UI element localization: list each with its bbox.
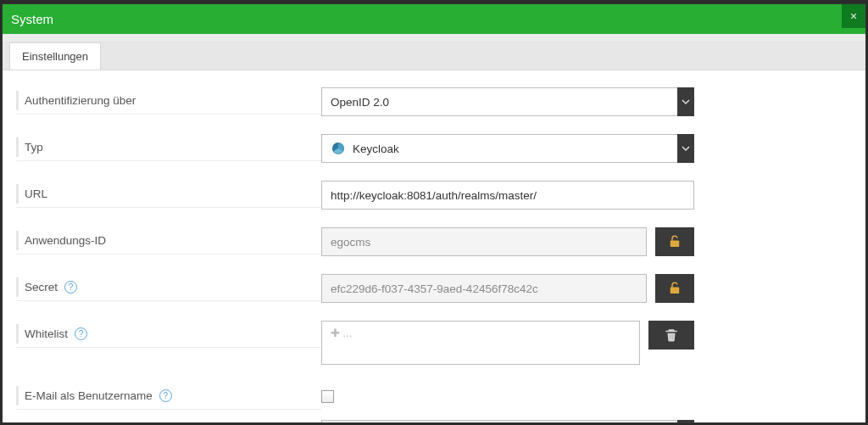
label-secret: Secret ?	[16, 274, 321, 301]
clear-whitelist-button[interactable]	[648, 321, 694, 350]
input-url[interactable]	[321, 181, 694, 210]
help-icon[interactable]: ?	[64, 281, 77, 294]
select-auth-over-value: OpenID 2.0	[331, 96, 389, 109]
input-whitelist[interactable]: ✚ ...	[321, 321, 640, 365]
chevron-down-icon	[677, 134, 694, 163]
label-email-as-user: E-Mail als Benutzername ?	[16, 383, 321, 410]
close-button[interactable]: ×	[842, 4, 865, 28]
input-secret	[321, 274, 647, 303]
chevron-down-icon	[677, 420, 694, 422]
help-icon[interactable]: ?	[75, 327, 87, 340]
unlock-secret-button[interactable]	[655, 274, 694, 303]
label-auth-over: Authentifizierung über	[16, 87, 321, 115]
system-dialog: System × Einstellungen Authentifizierung…	[2, 3, 866, 423]
unlock-icon	[667, 281, 682, 296]
select-auth-over[interactable]: OpenID 2.0	[321, 87, 694, 116]
title-bar: System ×	[3, 4, 865, 34]
checkbox-email-as-user[interactable]	[321, 390, 334, 403]
unlock-app-id-button[interactable]	[655, 227, 694, 256]
label-edit-profile: Profil ändern	[16, 420, 321, 422]
label-app-id: Anwendungs-ID	[16, 227, 321, 254]
close-icon: ×	[850, 9, 857, 23]
settings-panel[interactable]: Authentifizierung über OpenID 2.0	[3, 70, 865, 422]
help-icon[interactable]: ?	[159, 389, 172, 402]
trash-icon	[664, 327, 679, 343]
add-tag-placeholder: ✚ ...	[331, 327, 352, 339]
chevron-down-icon	[677, 87, 694, 116]
label-type: Typ	[16, 134, 321, 161]
tab-settings[interactable]: Einstellungen	[9, 42, 101, 70]
tab-strip: Einstellungen	[3, 41, 865, 70]
input-app-id	[321, 227, 647, 256]
tab-label: Einstellungen	[22, 50, 88, 63]
select-edit-profile[interactable]: erlaubt	[321, 420, 694, 422]
select-type-value: Keycloak	[353, 143, 399, 155]
unlock-icon	[667, 234, 682, 249]
select-type[interactable]: Keycloak	[321, 134, 694, 163]
label-url: URL	[16, 181, 321, 208]
label-whitelist: Whitelist ?	[16, 321, 321, 348]
keycloak-icon	[331, 141, 346, 156]
window-title: System	[11, 12, 53, 26]
